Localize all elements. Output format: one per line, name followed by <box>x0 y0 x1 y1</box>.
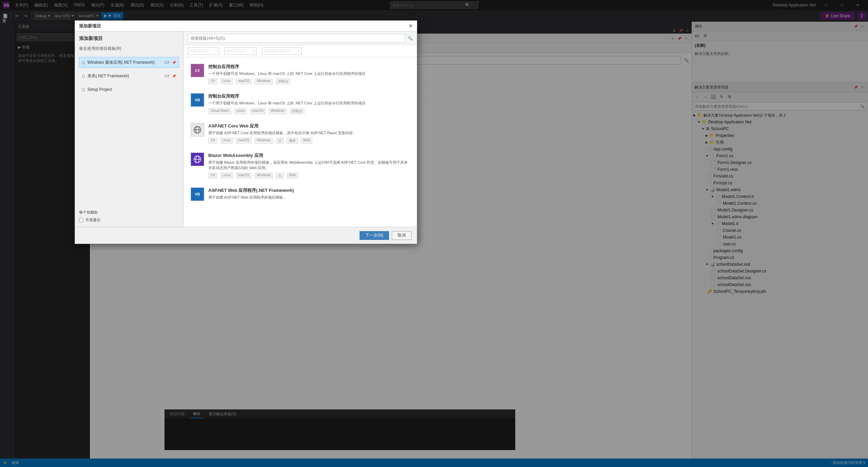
dialog-footer: 下一步(N) 取消 <box>75 227 417 244</box>
dialog-template-search[interactable] <box>188 34 405 43</box>
dialog-filters: 所有语言(L) ▾ 所有平台(P) ▾ 所有项目类型(T) ▾ <box>184 45 417 57</box>
tpl-info-console-csharp: 控制台应用程序 一个用于创建可在 Windows、Linux 和 macOS 上… <box>208 64 410 84</box>
tpl-tags-1: Visual Basic Linux macOS Windows 控制台 <box>208 108 410 114</box>
template-label-setup: Setup Project <box>88 87 112 92</box>
filter-platform-label: 所有平台(P) <box>226 48 246 54</box>
dialog-left-panel: 添加新项目 最近使用的项目模板(R) □ Windows 窗体应用(.NET F… <box>75 32 184 227</box>
every-pkg-label: 每个包都由 <box>79 210 179 215</box>
template-lang-classlib: C# <box>165 74 169 78</box>
dialog-title-bar: 添加新项目 ✕ <box>75 21 417 32</box>
dialog-cancel-button[interactable]: 取消 <box>392 231 411 240</box>
tpl-icon-console-csharp: C# <box>191 64 204 77</box>
template-label-classlib: 类库(.NET Framework) <box>88 73 129 79</box>
template-icon-winforms: □ <box>82 60 85 65</box>
tpl-icon-console-vb: VB <box>191 93 204 107</box>
tpl-name-2: ASP.NET Core Web 应用 <box>208 123 410 129</box>
tpl-name-4: ASP.NET Web 应用程序(.NET Framework) <box>208 187 410 194</box>
template-icon-classlib: □ <box>82 74 85 79</box>
template-item-setup[interactable]: □ Setup Project <box>79 84 179 95</box>
tpl-item-aspnet-core[interactable]: ASP.NET Core Web 应用 用于创建 ASP.NET Core 应用… <box>188 119 413 147</box>
dialog-templates-list: C# 控制台应用程序 一个用于创建可在 Windows、Linux 和 macO… <box>184 57 417 227</box>
dont-show-checkbox[interactable] <box>79 218 83 222</box>
tpl-item-console-csharp[interactable]: C# 控制台应用程序 一个用于创建可在 Windows、Linux 和 macO… <box>188 60 413 88</box>
dialog-recent-label: 最近使用的项目模板(R) <box>79 46 179 52</box>
tpl-item-blazor[interactable]: Blazor WebAssembly 应用 用于创建 Blazor 应用程序的项… <box>188 149 413 182</box>
tpl-desc-0: 一个用于创建可在 Windows、Linux 和 macOS 上的 .NET C… <box>208 71 410 76</box>
dialog-overlay: 添加新项目 ✕ 添加新项目 最近使用的项目模板(R) □ Windows 窗体应… <box>0 0 868 467</box>
filter-lang-dropdown[interactable]: 所有语言(L) ▾ <box>188 47 219 55</box>
dialog-left-title: 添加新项目 <box>79 36 179 42</box>
filter-type-dropdown[interactable]: 所有项目类型(T) ▾ <box>262 47 302 55</box>
filter-type-label: 所有项目类型(T) <box>264 48 291 54</box>
filter-platform-chevron: ▾ <box>253 49 255 53</box>
filter-lang-chevron: ▾ <box>215 49 217 53</box>
tpl-icon-aspnet-framework: VB <box>191 187 204 201</box>
pin-icon-winforms: 📌 <box>172 61 176 64</box>
dialog-search-bar: 🔍 <box>184 32 417 45</box>
template-lang-winforms: C# <box>165 60 169 64</box>
filter-lang-label: 所有语言(L) <box>189 48 209 54</box>
tpl-info-aspnet-framework: ASP.NET Web 应用程序(.NET Framework) 用于创建 AS… <box>208 187 410 200</box>
tpl-desc-4: 用于创建 ASP.NET Web 应用程序的项目模板... <box>208 195 410 200</box>
tpl-tags-2: C# Linux macOS Windows 云 服务 Web <box>208 138 410 144</box>
dont-show-label: 不再显示 <box>85 218 100 223</box>
pin-icon-classlib: 📌 <box>172 74 176 78</box>
tpl-desc-1: 一个用于创建可在 Windows、Linux 和 macOS 上的 .NET C… <box>208 101 410 106</box>
tpl-name-0: 控制台应用程序 <box>208 64 410 70</box>
filter-type-chevron: ▾ <box>298 49 300 53</box>
dialog-close-button[interactable]: ✕ <box>408 23 413 29</box>
template-item-classlib[interactable]: □ 类库(.NET Framework) C# 📌 <box>79 70 179 81</box>
tpl-info-console-vb: 控制台应用程序 一个用于创建可在 Windows、Linux 和 macOS 上… <box>208 93 410 114</box>
dialog-right-panel: 🔍 所有语言(L) ▾ 所有平台(P) ▾ 所有项目类型(T) ▾ <box>184 32 417 227</box>
tpl-name-1: 控制台应用程序 <box>208 93 410 99</box>
dialog-next-button[interactable]: 下一步(N) <box>360 231 389 240</box>
tpl-icon-aspnet-core <box>191 123 204 137</box>
add-new-project-dialog: 添加新项目 ✕ 添加新项目 最近使用的项目模板(R) □ Windows 窗体应… <box>75 20 417 244</box>
tpl-item-aspnet-framework[interactable]: VB ASP.NET Web 应用程序(.NET Framework) 用于创建… <box>188 184 413 205</box>
tpl-info-aspnet-core: ASP.NET Core Web 应用 用于创建 ASP.NET Core 应用… <box>208 123 410 144</box>
dialog-body: 添加新项目 最近使用的项目模板(R) □ Windows 窗体应用(.NET F… <box>75 32 417 227</box>
dialog-search-icon: 🔍 <box>408 36 413 41</box>
tpl-item-console-vb[interactable]: VB 控制台应用程序 一个用于创建可在 Windows、Linux 和 macO… <box>188 89 413 118</box>
template-item-winforms[interactable]: □ Windows 窗体应用(.NET Framework) C# 📌 <box>79 57 179 68</box>
dont-show-row: 不再显示 <box>79 218 179 223</box>
tpl-tags-0: C# Linux macOS Windows 控制台 <box>208 78 410 84</box>
template-icon-setup: □ <box>82 87 85 92</box>
dialog-title: 添加新项目 <box>79 23 101 29</box>
tpl-desc-2: 用于创建 ASP.NET Core 应用程序的项目模板，其中包含示例 ASP.N… <box>208 130 410 136</box>
tpl-tags-3: C# Linux macOS Windows 云 Web <box>208 172 410 179</box>
tpl-desc-3: 用于创建 Blazor 应用程序的项目模板，该应用在 WebAssembly 上… <box>208 160 410 170</box>
tpl-info-blazor: Blazor WebAssembly 应用 用于创建 Blazor 应用程序的项… <box>208 153 410 179</box>
tpl-icon-blazor <box>191 153 204 166</box>
filter-platform-dropdown[interactable]: 所有平台(P) ▾ <box>225 47 257 55</box>
tpl-name-3: Blazor WebAssembly 应用 <box>208 153 410 159</box>
template-label-winforms: Windows 窗体应用(.NET Framework) <box>88 60 155 65</box>
